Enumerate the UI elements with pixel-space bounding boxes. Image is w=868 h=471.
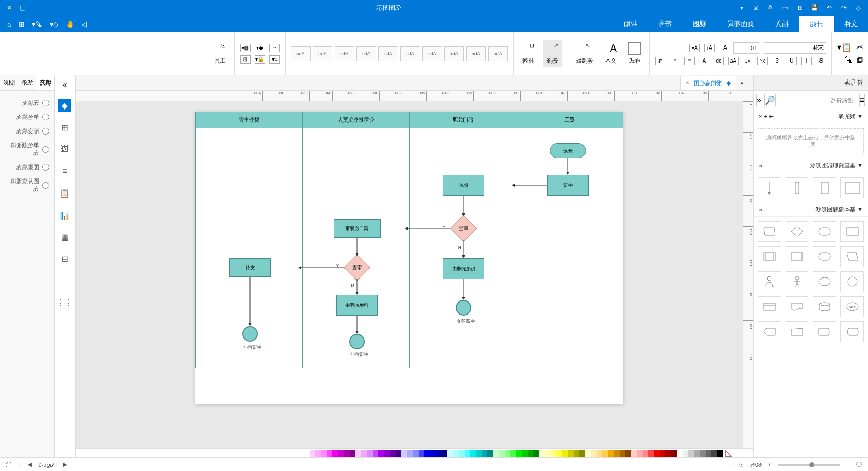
color-swatch[interactable]: [378, 450, 384, 457]
theme-8[interactable]: Abc: [335, 46, 354, 61]
line-weight-icon[interactable]: ≡▾: [269, 55, 280, 64]
save-icon[interactable]: 💾: [811, 4, 819, 12]
theme-7[interactable]: Abc: [356, 46, 376, 61]
style-button[interactable]: 样式: [625, 40, 644, 67]
shape-decision[interactable]: [786, 221, 809, 242]
shape-review3[interactable]: 审查: [344, 255, 371, 281]
strip-distribute-icon[interactable]: ⋮⋮: [59, 296, 72, 309]
prev-page-icon[interactable]: ◀: [63, 461, 67, 468]
lane-header-3[interactable]: 公司财务负责人: [303, 112, 410, 128]
shape-subprocess[interactable]: [758, 246, 781, 267]
shape-tool-icon[interactable]: ◇▾: [50, 20, 58, 28]
tools-button[interactable]: ⊡工具: [210, 40, 229, 67]
color-swatch[interactable]: [620, 450, 625, 457]
color-swatch[interactable]: [407, 450, 413, 457]
shape-end2[interactable]: [349, 334, 365, 349]
shape-process[interactable]: [840, 221, 864, 242]
shape-review1[interactable]: 审查: [450, 215, 477, 242]
case-button[interactable]: Aa: [728, 57, 739, 65]
color-swatch[interactable]: [327, 450, 332, 457]
fill-color-icon[interactable]: ◆▾: [255, 44, 265, 52]
color-swatch[interactable]: [487, 450, 493, 457]
shape-start[interactable]: 开始: [550, 143, 586, 158]
color-swatch[interactable]: [614, 450, 620, 457]
shape-end1[interactable]: [456, 300, 472, 316]
theme-4[interactable]: Abc: [422, 46, 442, 61]
close-icon[interactable]: ✕: [5, 4, 14, 12]
color-swatch[interactable]: [442, 450, 447, 457]
color-swatch[interactable]: [654, 450, 660, 457]
shape-rounded[interactable]: [813, 246, 837, 267]
color-swatch[interactable]: [321, 450, 327, 457]
shape-pay[interactable]: 支付: [230, 258, 271, 277]
color-swatch[interactable]: [683, 450, 688, 457]
shape-actor[interactable]: [786, 271, 809, 292]
tab-shadow[interactable]: 阴影: [0, 75, 18, 90]
lane-body-1[interactable]: 开始 申请: [516, 128, 623, 368]
basic-flowchart-section[interactable]: ▼ 基本流程图形状×: [754, 202, 868, 217]
shape-card[interactable]: [758, 296, 781, 317]
color-swatch[interactable]: [574, 450, 579, 457]
shape-vpool[interactable]: [840, 177, 864, 198]
strip-grid-icon[interactable]: ⊞: [59, 121, 72, 134]
apps-icon[interactable]: ⊞: [19, 20, 25, 28]
collapse-icon[interactable]: «: [756, 94, 762, 106]
strip-chart-icon[interactable]: 📊: [59, 209, 72, 221]
text-button[interactable]: A文本: [601, 40, 620, 67]
next-page-icon[interactable]: ▶: [28, 461, 32, 468]
fullscreen-icon[interactable]: ⛶: [6, 462, 12, 468]
color-swatch[interactable]: [516, 450, 522, 457]
minimize-icon[interactable]: —: [32, 4, 41, 12]
lane-header-2[interactable]: 部门经理: [409, 112, 516, 128]
theme-5[interactable]: Abc: [400, 46, 420, 61]
color-swatch[interactable]: [688, 450, 694, 457]
shape-approve1[interactable]: 批准: [443, 175, 485, 196]
color-swatch[interactable]: [591, 450, 597, 457]
shape-database[interactable]: [813, 296, 837, 317]
superscript-button[interactable]: x²: [757, 57, 768, 65]
menu-insert[interactable]: 插入: [765, 16, 799, 32]
fit-page-icon[interactable]: ⊡: [739, 461, 744, 468]
fill-option-none[interactable]: 无填充: [5, 96, 49, 110]
highlight-button[interactable]: ab: [714, 57, 724, 65]
color-swatch[interactable]: [355, 450, 361, 457]
shape-data[interactable]: [758, 221, 781, 242]
color-swatch[interactable]: [493, 450, 499, 457]
color-swatch[interactable]: [660, 450, 665, 457]
fill-option-gradient[interactable]: 渐变填充: [5, 124, 49, 138]
library-icon[interactable]: ≡: [859, 94, 865, 106]
group-icon[interactable]: ⊞: [240, 55, 251, 64]
search-input[interactable]: [778, 94, 857, 106]
color-swatch[interactable]: [390, 450, 396, 457]
line-spacing-icon[interactable]: ⇅: [655, 57, 665, 65]
tab-fill[interactable]: 填充: [36, 75, 54, 90]
close-section-icon[interactable]: ×: [759, 207, 762, 213]
paint-tool-icon[interactable]: 🖌▾: [32, 20, 42, 28]
menu-symbol[interactable]: 符号: [648, 16, 682, 32]
color-swatch[interactable]: [694, 450, 700, 457]
shape-end3[interactable]: [243, 326, 258, 342]
pointer-tool-icon[interactable]: ▷: [81, 20, 87, 28]
zoom-out-icon[interactable]: −: [847, 462, 850, 468]
new-icon[interactable]: ⊞: [796, 4, 804, 12]
color-swatch[interactable]: [453, 450, 459, 457]
color-swatch[interactable]: [424, 450, 430, 457]
color-swatch[interactable]: [545, 450, 551, 457]
collapse-right-icon[interactable]: »: [63, 80, 67, 90]
font-grow-icon[interactable]: A↑: [719, 44, 729, 52]
shape-vband[interactable]: [786, 177, 809, 198]
color-swatch[interactable]: [459, 450, 465, 457]
shape-display[interactable]: [840, 321, 864, 342]
shape-apply[interactable]: 申请: [547, 175, 589, 196]
shape-manual[interactable]: [786, 321, 809, 342]
menu-file[interactable]: 文件: [834, 16, 868, 32]
shape-person[interactable]: [758, 271, 781, 292]
select-button[interactable]: ↖选择: [543, 40, 562, 67]
clear-format-button[interactable]: A: [699, 57, 709, 65]
page-label[interactable]: Page-1: [38, 462, 56, 468]
shape-stored[interactable]: [813, 321, 837, 342]
bold-button[interactable]: B: [816, 57, 826, 65]
color-swatch[interactable]: [631, 450, 637, 457]
color-swatch[interactable]: [625, 450, 631, 457]
color-swatch[interactable]: [528, 450, 533, 457]
